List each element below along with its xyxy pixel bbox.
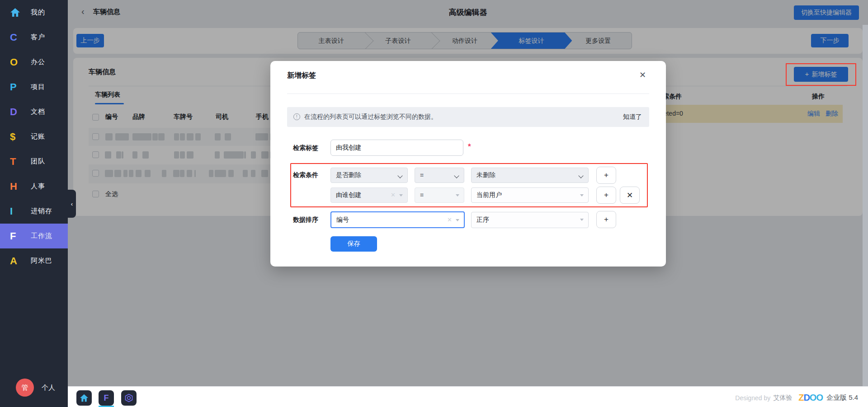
sidebar-item-inventory[interactable]: I进销存 — [0, 199, 68, 224]
sidebar-item-workflow[interactable]: F工作流 — [0, 224, 68, 248]
sidebar-menu: 我的C客户O办公P项目D文档$记账T团队H人事I进销存F工作流A阿米巴 — [0, 0, 68, 273]
info-dismiss-button[interactable]: 知道了 — [623, 113, 642, 121]
save-button[interactable]: 保存 — [330, 236, 377, 252]
workflow-icon: F — [10, 230, 24, 242]
label-search-condition: 检索条件 — [293, 171, 318, 179]
condition2-field-combo[interactable]: 由谁创建 ✕ — [330, 187, 408, 203]
collapse-icon: ‹ — [71, 201, 73, 207]
sort-order-combo[interactable]: 正序 — [471, 212, 589, 228]
zdoo-logo: ZDOO — [798, 393, 823, 403]
modal-header-divider — [287, 94, 649, 94]
sidebar-item-label: 人事 — [31, 182, 45, 191]
project-icon: P — [10, 81, 24, 93]
sidebar-user: 管 个人 — [0, 375, 68, 407]
customer-icon: C — [10, 32, 24, 43]
inventory-icon: I — [10, 206, 24, 217]
edition-text: 企业版 5.4 — [826, 393, 858, 402]
designed-by-text: Designed by — [735, 394, 770, 402]
caret-down-icon — [399, 194, 403, 196]
sidebar-item-accounting[interactable]: $记账 — [0, 124, 68, 149]
home-icon — [80, 394, 89, 402]
footer-home-tab[interactable] — [76, 390, 92, 406]
info-text: 在流程的列表页可以通过标签浏览不同的数据。 — [304, 113, 437, 121]
sidebar-item-office[interactable]: O办公 — [0, 50, 68, 75]
office-icon: O — [10, 56, 24, 68]
settings-icon — [124, 393, 133, 402]
sidebar-item-label: 我的 — [31, 8, 45, 17]
info-icon: ! — [293, 113, 300, 120]
footer-workflow-tab[interactable]: F — [99, 390, 114, 406]
footer: F Designed by 艾体验 ZDOO 企业版 5.4 — [68, 386, 868, 407]
condition2-value-combo[interactable]: 当前用户 — [471, 187, 589, 203]
chevron-down-icon — [578, 173, 583, 178]
sidebar-item-label: 工作流 — [31, 232, 52, 240]
condition1-operator-select[interactable]: = — [415, 168, 464, 183]
sidebar-item-label: 办公 — [31, 58, 45, 66]
sidebar-item-label: 进销存 — [31, 207, 52, 215]
app-root: ‹ 车辆信息 高级编辑器 切换至快捷编辑器 上一步 主表设计子表设计动作设计标签… — [0, 0, 868, 407]
document-icon: D — [10, 106, 24, 118]
tag-name-input[interactable] — [330, 140, 463, 156]
plus-icon: + — [604, 191, 609, 200]
sidebar-item-label: 项目 — [31, 83, 45, 91]
condition2-add-button[interactable]: + — [596, 187, 616, 204]
condition1-add-button[interactable]: + — [596, 167, 616, 184]
clear-icon[interactable]: ✕ — [447, 216, 452, 223]
caret-down-icon — [580, 194, 584, 196]
sidebar-item-label: 客户 — [31, 33, 45, 42]
modal-info-bar: ! 在流程的列表页可以通过标签浏览不同的数据。 知道了 — [287, 107, 649, 127]
sort-field-combo[interactable]: 编号 ✕ — [330, 211, 465, 228]
caret-down-icon — [456, 194, 459, 196]
home-icon — [10, 8, 24, 17]
close-icon[interactable]: ✕ — [639, 70, 646, 80]
zdoo-logo-letter: O — [810, 393, 816, 402]
plus-icon: + — [604, 171, 609, 180]
sort-add-button[interactable]: + — [596, 211, 616, 228]
zdoo-logo-letter: D — [803, 393, 809, 402]
remove-icon: ✕ — [627, 191, 633, 200]
required-asterisk: * — [468, 142, 471, 151]
add-tag-modal: 新增标签 ✕ ! 在流程的列表页可以通过标签浏览不同的数据。 知道了 检索标签 … — [270, 61, 666, 267]
condition2-remove-button[interactable]: ✕ — [620, 187, 640, 204]
sidebar-user-label[interactable]: 个人 — [42, 384, 55, 392]
sidebar-item-label: 团队 — [31, 157, 45, 166]
sidebar-item-my[interactable]: 我的 — [0, 0, 68, 25]
sidebar-item-team[interactable]: T团队 — [0, 149, 68, 174]
accounting-icon: $ — [10, 131, 24, 143]
sidebar-item-label: 文档 — [31, 108, 45, 116]
chevron-down-icon — [454, 173, 459, 178]
avatar[interactable]: 管 — [16, 379, 34, 397]
sidebar-collapse-handle[interactable]: ‹ — [68, 190, 76, 218]
footer-settings-tab[interactable] — [121, 390, 137, 406]
zdoo-logo-letter: Z — [798, 393, 803, 402]
sidebar-item-customer[interactable]: C客户 — [0, 25, 68, 50]
sidebar-item-label: 记账 — [31, 132, 45, 141]
sidebar-item-hr[interactable]: H人事 — [0, 174, 68, 199]
chevron-down-icon — [397, 173, 402, 178]
caret-down-icon — [456, 219, 459, 221]
label-search-tag: 检索标签 — [293, 144, 318, 152]
condition1-field-select[interactable]: 是否删除 — [330, 168, 408, 183]
amoeba-icon: A — [10, 255, 24, 267]
modal-title: 新增标签 — [287, 71, 316, 80]
scrollbar-track[interactable] — [863, 25, 868, 386]
zdoo-logo-letter: O — [816, 393, 823, 402]
sidebar-item-project[interactable]: P项目 — [0, 75, 68, 99]
sidebar-item-label: 阿米巴 — [31, 257, 52, 265]
condition1-value-select[interactable]: 未删除 — [471, 168, 589, 183]
label-data-sort: 数据排序 — [293, 216, 318, 224]
clear-icon[interactable]: ✕ — [391, 192, 396, 198]
sidebar: 我的C客户O办公P项目D文档$记账T团队H人事I进销存F工作流A阿米巴 管 个人 — [0, 0, 68, 407]
hr-icon: H — [10, 181, 24, 192]
plus-icon: + — [604, 215, 609, 224]
brand-text: 艾体验 — [773, 394, 792, 402]
condition2-operator-combo[interactable]: = — [415, 187, 464, 203]
caret-down-icon — [580, 219, 584, 221]
workflow-icon: F — [104, 393, 109, 403]
sidebar-item-amoeba[interactable]: A阿米巴 — [0, 248, 68, 273]
footer-credits: Designed by 艾体验 ZDOO 企业版 5.4 — [735, 393, 858, 403]
sidebar-item-document[interactable]: D文档 — [0, 99, 68, 124]
team-icon: T — [10, 156, 24, 168]
